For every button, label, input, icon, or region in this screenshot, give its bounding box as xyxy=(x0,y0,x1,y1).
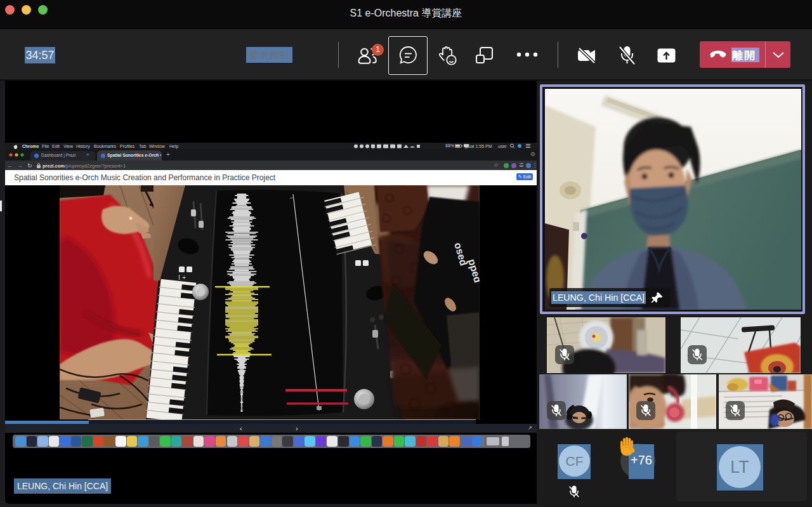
svg-text:I +: I + xyxy=(178,273,187,281)
